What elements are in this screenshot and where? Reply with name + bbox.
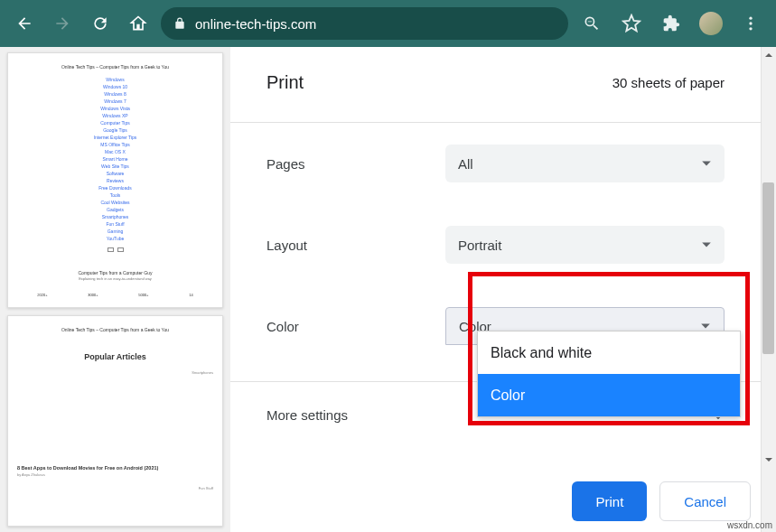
thumb-tag: Smartphones	[17, 370, 213, 376]
cancel-button[interactable]: Cancel	[659, 481, 751, 521]
main-area: Online Tech Tips – Computer Tips from a …	[0, 47, 776, 532]
reload-icon	[91, 14, 109, 33]
print-button[interactable]: Print	[572, 481, 647, 521]
watermark: wsxdn.com	[727, 520, 772, 530]
panel-header: Print 30 sheets of paper	[266, 47, 725, 122]
print-title: Print	[266, 72, 304, 93]
thumb-icon-row	[17, 247, 213, 252]
thumb-link-list: WindowsWindows 10Windows 8 Windows 7Wind…	[17, 76, 213, 242]
print-panel: Print 30 sheets of paper Pages All Layou…	[230, 47, 776, 532]
color-dropdown: Black and white Color	[477, 331, 741, 417]
arrow-right-icon	[53, 14, 71, 33]
address-bar[interactable]: online-tech-tips.com	[161, 7, 568, 40]
pages-select[interactable]: All	[445, 145, 725, 182]
bookmark-button[interactable]	[615, 7, 648, 40]
thumb-tag-2: Fun Stuff	[17, 486, 213, 491]
layout-select[interactable]: Portrait	[445, 226, 725, 264]
menu-button[interactable]	[734, 7, 767, 40]
preview-page-1[interactable]: Online Tech Tips – Computer Tips from a …	[7, 52, 223, 308]
browser-toolbar: online-tech-tips.com	[0, 0, 776, 47]
svg-point-1	[749, 22, 752, 24]
thumb-article-title: 8 Best Apps to Download Movies for Free …	[17, 465, 213, 472]
caret-down-icon	[701, 158, 712, 169]
color-option-color[interactable]: Color	[478, 374, 740, 416]
pages-label: Pages	[266, 156, 427, 172]
panel-scrollbar[interactable]	[761, 47, 776, 532]
thumb-article-author: by Anya Zhukova	[17, 472, 213, 478]
thumb-hero-sub: Explaining tech in an easy-to-understand…	[17, 276, 213, 282]
star-icon	[622, 14, 641, 33]
scroll-up-icon[interactable]	[761, 47, 776, 62]
color-option-bw[interactable]: Black and white	[478, 331, 740, 374]
thumb-stats: 2020+3000+ 5000+14	[17, 293, 213, 298]
layout-value: Portrait	[458, 238, 501, 253]
kebab-icon	[742, 14, 760, 33]
home-icon	[129, 14, 147, 33]
thumb-hero: Computer Tips from a Computer Guy	[17, 270, 213, 276]
panel-scroll-thumb[interactable]	[762, 182, 774, 354]
scroll-down-icon[interactable]	[761, 452, 776, 467]
sheet-count: 30 sheets of paper	[612, 75, 725, 90]
pages-value: All	[458, 156, 473, 172]
preview-column[interactable]: Online Tech Tips – Computer Tips from a …	[0, 47, 230, 532]
action-buttons: Print Cancel	[572, 481, 751, 521]
home-button[interactable]	[123, 8, 154, 39]
caret-down-icon	[701, 239, 712, 250]
puzzle-icon	[662, 14, 680, 33]
forward-button[interactable]	[47, 8, 78, 39]
pages-row: Pages All	[266, 123, 725, 204]
thumb-header-2: Online Tech Tips – Computer Tips from a …	[17, 327, 213, 333]
svg-point-0	[749, 17, 752, 20]
extensions-button[interactable]	[655, 7, 687, 40]
back-button[interactable]	[9, 8, 40, 39]
zoom-button[interactable]	[575, 7, 608, 40]
thumb-header: Online Tech Tips – Computer Tips from a …	[17, 64, 213, 70]
arrow-left-icon	[15, 14, 33, 33]
avatar-icon	[699, 12, 723, 35]
profile-button[interactable]	[695, 7, 727, 40]
zoom-out-icon	[583, 14, 601, 33]
layout-label: Layout	[266, 238, 427, 253]
more-settings-label: More settings	[266, 407, 348, 423]
popular-articles-title: Popular Articles	[17, 351, 213, 363]
lock-icon	[173, 17, 186, 30]
layout-row: Layout Portrait	[266, 204, 725, 285]
url-text: online-tech-tips.com	[195, 16, 316, 32]
color-label: Color	[266, 319, 427, 334]
svg-point-2	[749, 27, 752, 30]
preview-page-2[interactable]: Online Tech Tips – Computer Tips from a …	[7, 315, 223, 527]
reload-button[interactable]	[85, 8, 116, 39]
